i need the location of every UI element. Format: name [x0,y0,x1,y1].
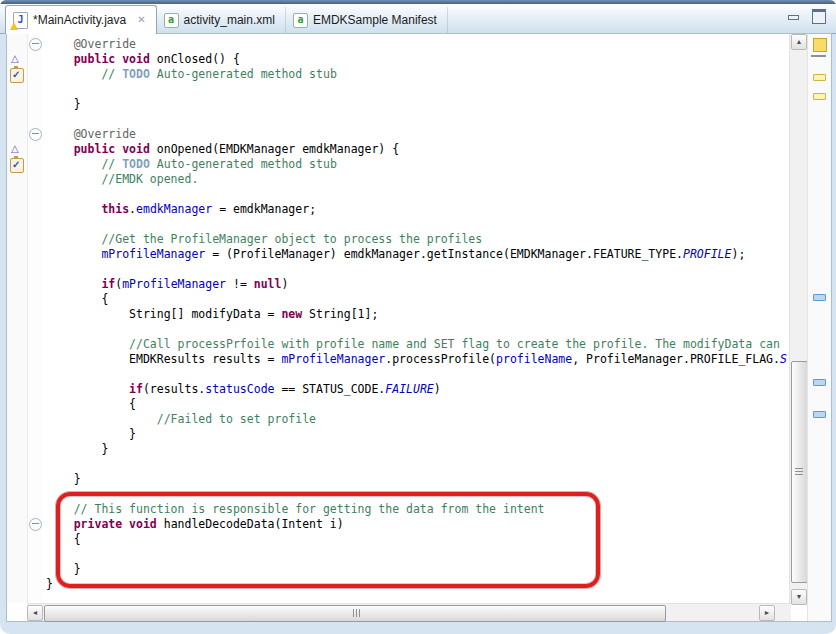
tab-label: activity_main.xml [184,13,275,27]
code-line: public void onClosed() { [46,52,789,67]
code-line: public void onOpened(EMDKManager emdkMan… [46,142,789,157]
eclipse-editor-window: J*MainActivity.java✕aactivity_main.xmlaE… [0,0,836,634]
override-indicator-icon: △ [11,54,19,64]
minimize-icon[interactable] [788,12,798,22]
editor-pane: △△ @Override public void onClosed() { //… [6,33,832,622]
scroll-up-icon[interactable]: ▲ [791,34,807,50]
info-marker[interactable] [813,294,826,301]
code-line [46,367,789,382]
code-line [46,112,789,127]
info-marker[interactable] [813,411,826,418]
code-line: } [46,442,789,457]
code-line: @Override [46,127,789,142]
code-line [46,82,789,97]
overview-divider [811,55,826,57]
scroll-down-icon[interactable]: ▼ [791,589,807,605]
tab-activity-main-xml[interactable]: aactivity_main.xml [157,7,286,33]
fold-collapse-icon[interactable] [29,518,42,531]
maximize-icon[interactable] [812,9,826,24]
info-marker[interactable] [813,379,826,386]
warning-marker[interactable] [813,74,826,81]
fold-bar [28,34,42,603]
code-area[interactable]: @Override public void onClosed() { // TO… [42,34,789,603]
code-line [46,487,789,502]
code-line: //Call processPrfoile with profile name … [46,337,789,352]
code-line: { [46,292,789,307]
warning-marker[interactable] [813,93,826,100]
task-marker-icon [10,158,24,173]
code-line: //Get the ProfileManager object to proce… [46,232,789,247]
code-line: this.emdkManager = emdkManager; [46,202,789,217]
code-line [46,187,789,202]
code-line: { [46,397,789,412]
code-line: } [46,562,789,577]
code-line: //EMDK opened. [46,172,789,187]
code-line: } [46,472,789,487]
code-line [46,262,789,277]
code-line [46,322,789,337]
tab-label: EMDKSample Manifest [313,13,437,27]
overview-ruler [807,34,831,621]
window-controls [788,9,826,24]
override-indicator-icon: △ [11,144,19,154]
code-line: // TODO Auto-generated method stub [46,67,789,82]
code-line: // TODO Auto-generated method stub [46,157,789,172]
vertical-scrollbar[interactable]: ▲ ▼ [789,34,807,605]
tab-label: *MainActivity.java [33,13,126,27]
tab-emdksample-manifest[interactable]: aEMDKSample Manifest [286,7,448,33]
code-line: mProfileManager = (ProfileManager) emdkM… [46,247,789,262]
scroll-left-icon[interactable]: ◄ [27,605,43,621]
android-xml-file-icon: a [164,13,179,28]
code-line: } [46,97,789,112]
code-line: } [46,577,789,592]
code-line: //Failed to set profile [46,412,789,427]
code-line: } [46,427,789,442]
fold-collapse-icon[interactable] [29,128,42,141]
code-line: { [46,532,789,547]
tab-mainactivity-java[interactable]: J*MainActivity.java✕ [5,5,157,34]
tab-bar: J*MainActivity.java✕aactivity_main.xmlaE… [0,4,836,34]
code-line: // This function is responsible for gett… [46,502,789,517]
code-line: if(results.statusCode == STATUS_CODE.FAI… [46,382,789,397]
android-xml-file-icon: a [293,13,308,28]
gutter: △△ [7,34,28,603]
code-line: EMDKResults results = mProfileManager.pr… [46,352,789,367]
problems-summary-icon[interactable] [813,38,827,52]
horizontal-scrollbar-thumb[interactable] [44,605,666,622]
close-tab-icon[interactable]: ✕ [137,15,145,25]
code-line [46,217,789,232]
scroll-right-icon[interactable]: ► [759,605,775,621]
java-file-warning-icon: J [13,12,28,29]
fold-collapse-icon[interactable] [29,38,42,51]
vertical-scrollbar-thumb[interactable] [791,361,808,583]
task-marker-icon [10,68,24,83]
code-line: @Override [46,37,789,52]
code-line [46,547,789,562]
code-line: String[] modifyData = new String[1]; [46,307,789,322]
code-line: private void handleDecodeData(Intent i) [46,517,789,532]
code-line [46,457,789,472]
code-line: if(mProfileManager != null) [46,277,789,292]
horizontal-scrollbar[interactable]: ◄ ► [27,603,791,621]
